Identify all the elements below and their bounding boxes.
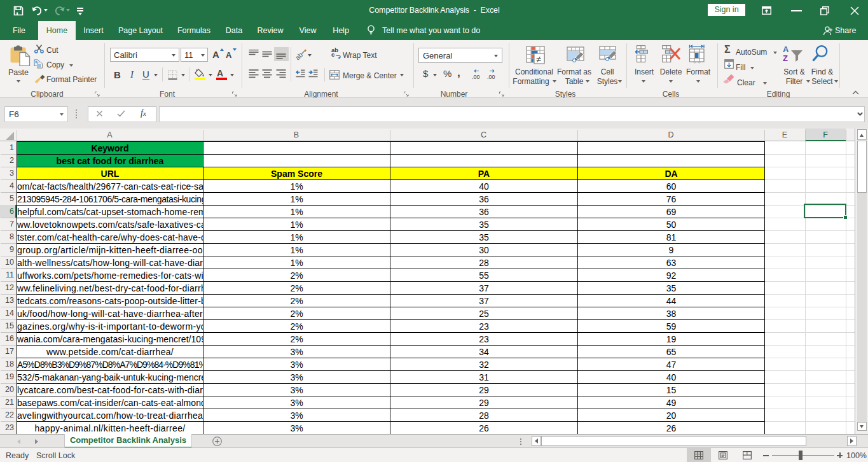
svg-text:.00: .00 (487, 74, 495, 80)
svg-text:≠: ≠ (537, 54, 542, 64)
svg-text:A: A (783, 45, 789, 54)
svg-text:Z: Z (783, 53, 788, 63)
svg-text:.00: .00 (472, 74, 480, 80)
